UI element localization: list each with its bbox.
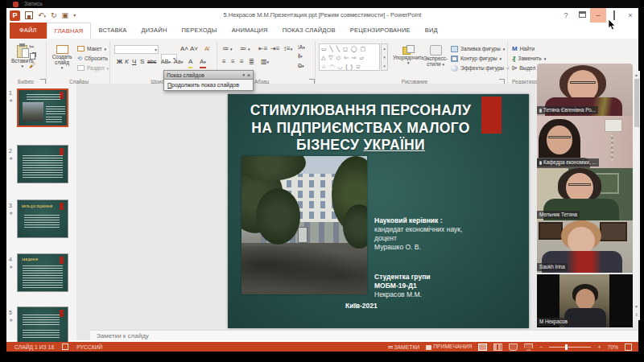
shapes-gallery[interactable]: ▭ ╲ ╲ ◻ ◯ ▢ △ ▽ ◇ ⇦ ⇨ ▱ ☆ ◠ ◡ ( ) ✩ (319, 43, 380, 71)
video-panel-scrollbar[interactable]: ▲ ▼ ⇕ (633, 71, 640, 320)
spellcheck-icon[interactable] (62, 343, 68, 350)
slide-title[interactable]: СТИМУЛЮВАННЯ ПЕРСОНАЛУ НА ПІДПРИЄМСТВАХ … (236, 102, 485, 154)
tab-home[interactable]: ГЛАВНАЯ (47, 23, 92, 39)
italic-button[interactable]: К (125, 57, 129, 67)
participant-video-2[interactable]: Кафедра економіки, ... (537, 116, 633, 168)
numbering-button[interactable]: ≕▾ (240, 44, 252, 54)
participant-video-4[interactable]: Saukh Irina (537, 220, 633, 273)
reset-button[interactable]: ⟲Сбросить (77, 54, 108, 63)
close-button[interactable]: × (622, 8, 638, 23)
underline-button[interactable]: Ч (132, 57, 136, 67)
line-spacing-button[interactable]: ↕≡▾ (283, 44, 292, 54)
tab-insert[interactable]: ВСТАВКА (91, 23, 134, 39)
new-slide-button[interactable]: Создать слайд ▾ (49, 45, 75, 70)
tab-transitions[interactable]: ПЕРЕХОДЫ (175, 23, 225, 39)
supervisor-block[interactable]: Науковий керівник : кандидат економічних… (374, 216, 515, 252)
minimize-button[interactable]: – (590, 8, 606, 23)
help-button[interactable]: ? (558, 8, 574, 23)
normal-view-button[interactable] (478, 343, 487, 351)
align-center-button[interactable]: ≡ (231, 57, 235, 67)
bold-button[interactable]: Ж (117, 57, 122, 67)
section-button[interactable]: Раздел▾ (77, 64, 109, 72)
slide-thumbnail-5[interactable] (17, 306, 68, 345)
replace-button[interactable]: ₰Заменить▾ (512, 54, 546, 63)
slide-thumbnail-1[interactable] (17, 88, 68, 127)
font-color-button[interactable]: A▾ (200, 57, 206, 68)
shape-effects-button[interactable]: Эффекты фигуры▾ (451, 64, 509, 72)
tab-animations[interactable]: АНИМАЦИЯ (225, 23, 275, 39)
increase-indent-button[interactable]: ⇥≡ (270, 44, 279, 54)
slide-thumbnail-2[interactable] (17, 145, 68, 183)
participant-video-5[interactable]: М Некрасов (537, 274, 633, 327)
slide-sorter-view-button[interactable] (493, 343, 502, 351)
video-scroll-end-icon[interactable]: ⇕ (633, 312, 640, 317)
popup-dropdown-icon[interactable]: ▾ (243, 72, 246, 77)
undo-icon[interactable]: ↶▾ (38, 10, 46, 21)
building-photo[interactable] (242, 156, 367, 294)
zoom-out-button[interactable]: − (539, 344, 543, 350)
arrange-button[interactable]: Упорядочить ▾ (393, 45, 424, 65)
zoom-level[interactable]: 70% (607, 344, 618, 350)
align-right-button[interactable]: ≡ (240, 57, 244, 67)
layout-button[interactable]: Макет▾ (77, 44, 106, 53)
slide-thumbnail-3[interactable]: МЕТА ДОСЛІДЖЕННЯ (17, 200, 68, 238)
redo-icon[interactable]: ↻ (51, 10, 57, 20)
find-button[interactable]: МНайти (512, 44, 535, 53)
resume-slideshow-menu-item[interactable]: Продолжить показ слайдов (163, 80, 254, 91)
slideshow-view-button[interactable] (524, 343, 533, 351)
save-icon[interactable] (25, 11, 33, 19)
tab-design[interactable]: ДИЗАЙН (134, 23, 175, 39)
current-slide[interactable]: СТИМУЛЮВАННЯ ПЕРСОНАЛУ НА ПІДПРИЄМСТВАХ … (228, 94, 529, 328)
reading-view-button[interactable] (509, 343, 518, 351)
comments-toggle[interactable]: ПРИМЕЧАНИЯ (426, 343, 472, 349)
language-indicator[interactable]: РУССКИЙ (76, 344, 102, 350)
shapes-gallery-scrollbar[interactable]: ▴▾▾ (381, 43, 388, 71)
participant-video-3[interactable]: Мельник Тетяна (537, 168, 633, 220)
student-block[interactable]: Студентка групи МОБМ-19-Д1 Некрасов М.М. (374, 273, 515, 299)
decrease-indent-button[interactable]: ⇤≡ (258, 44, 267, 54)
video-scrollbar-thumb[interactable] (634, 79, 639, 127)
columns-button[interactable]: ▥▾ (261, 57, 269, 67)
copy-icon[interactable] (30, 53, 35, 60)
font-name-combo[interactable] (114, 45, 159, 54)
format-painter-icon[interactable]: 🖌 (29, 62, 35, 69)
tab-slideshow[interactable]: ПОКАЗ СЛАЙДОВ (275, 23, 343, 39)
align-left-button[interactable]: ≡ (222, 57, 226, 67)
clear-formatting-button[interactable]: A̸ (204, 44, 208, 54)
video-scroll-up-icon[interactable]: ▲ (633, 71, 640, 77)
zoom-slider-thumb[interactable] (565, 344, 568, 350)
powerpoint-logo-icon[interactable]: P (10, 10, 20, 21)
tab-review[interactable]: РЕЦЕНЗИРОВАНИЕ (343, 23, 418, 39)
notes-toggle[interactable]: ЗАМЕТКИ (388, 344, 420, 350)
tab-file[interactable]: ФАЙЛ (10, 23, 47, 39)
video-scroll-down-icon[interactable]: ▼ (633, 304, 640, 309)
slide-thumbnail-4[interactable]: ЗАВДАННЯ (17, 253, 68, 292)
slide-counter[interactable]: СЛАЙД 1 ИЗ 18 (14, 344, 54, 350)
quick-styles-button[interactable]: Экспресс- стили ▾ (423, 45, 448, 67)
align-text-button[interactable]: ⦀▾ (298, 51, 303, 61)
select-button[interactable]: ⌲Выдел (512, 64, 535, 72)
justify-button[interactable]: ≣ (249, 57, 254, 67)
cut-icon[interactable]: ✂ (29, 43, 35, 51)
tab-view[interactable]: ВИД (418, 23, 445, 39)
ribbon-display-options-button[interactable] (574, 8, 590, 23)
notes-pane[interactable]: Заметки к слайду (90, 330, 638, 340)
text-shadow-button[interactable]: S (140, 57, 144, 67)
smartart-convert-button[interactable]: ⧉▾ (298, 61, 304, 71)
shrink-font-button[interactable]: A˅ (190, 44, 198, 54)
change-case-button[interactable]: Аа▾ (174, 57, 183, 67)
grow-font-button[interactable]: A˄ (180, 44, 188, 54)
zoom-in-button[interactable]: + (597, 344, 601, 350)
participant-video-1[interactable]: Тетяна Євгенівна Ро... (537, 64, 633, 116)
fit-to-window-button[interactable] (625, 343, 632, 351)
city-year[interactable]: Київ-2021 (345, 302, 378, 311)
shape-outline-button[interactable]: Контур фигуры▾ (451, 54, 502, 63)
slideshow-popup-titlebar[interactable]: Показ слайдов ▾ × (163, 70, 254, 80)
popup-close-icon[interactable]: × (247, 72, 250, 78)
bullets-button[interactable]: ≔▾ (222, 44, 234, 54)
zoom-slider[interactable] (549, 347, 591, 348)
start-slideshow-icon[interactable]: ▣ (62, 10, 69, 20)
shape-fill-button[interactable]: Заливка фигуры▾ (451, 44, 505, 53)
qat-customize-icon[interactable]: ▾ (73, 10, 76, 20)
character-spacing-button[interactable]: АВ▾ (161, 57, 171, 67)
